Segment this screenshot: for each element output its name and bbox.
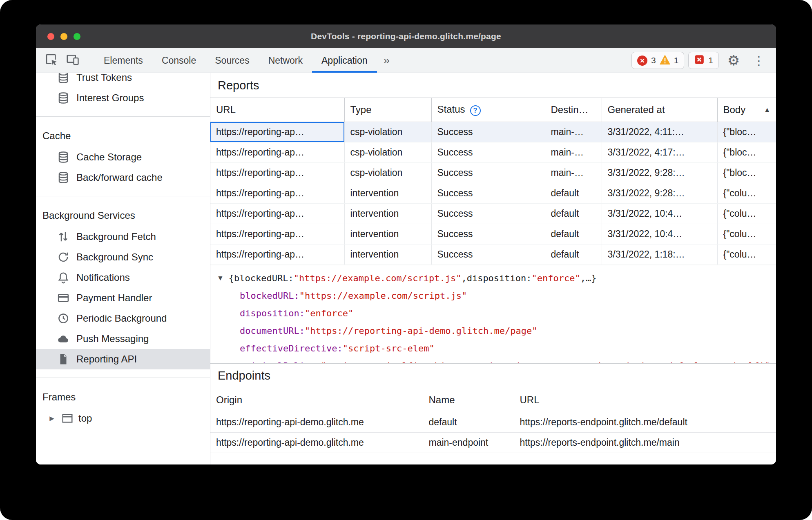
sidebar-item-back-forward-cache[interactable]: Back/forward cache <box>36 167 210 188</box>
cloud-icon <box>57 333 69 345</box>
report-status-cell[interactable]: Success <box>431 142 545 163</box>
column-header-body[interactable]: Body▲ <box>717 98 776 122</box>
tab-elements[interactable]: Elements <box>94 48 152 73</box>
settings-button[interactable]: ⚙ <box>723 52 744 69</box>
report-url-cell[interactable]: https://reporting-ap… <box>210 183 344 204</box>
report-url-cell[interactable]: https://reporting-ap… <box>210 122 344 142</box>
report-generated-cell[interactable]: 3/31/2022, 9:28:… <box>602 163 717 183</box>
database-icon <box>57 92 69 104</box>
error-icon: × <box>637 56 647 66</box>
endpoints-section-title: Endpoints <box>210 363 776 388</box>
screenshot-background: DevTools - reporting-api-demo.glitch.me/… <box>0 0 812 520</box>
endpoint-url-cell[interactable]: https://reports-endpoint.glitch.me/main <box>514 433 776 453</box>
sidebar-item-notifications[interactable]: Notifications <box>36 267 210 288</box>
report-generated-cell[interactable]: 3/31/2022, 4:17:… <box>602 142 717 163</box>
twisty-expanded-icon[interactable]: ▼ <box>217 274 224 282</box>
console-status-badge[interactable]: × 3 1 <box>631 52 684 69</box>
json-property-row: effectiveDirective: "script-src-elem" <box>217 340 776 357</box>
tab-console[interactable]: Console <box>152 48 205 73</box>
sidebar-item-top-frame[interactable]: ▶ top <box>36 408 210 429</box>
sidebar-item-background-fetch[interactable]: Background Fetch <box>36 227 210 247</box>
report-type-cell[interactable]: csp-violation <box>344 122 431 142</box>
report-type-cell[interactable]: intervention <box>344 183 431 204</box>
tab-network[interactable]: Network <box>259 48 312 73</box>
report-url-cell[interactable]: https://reporting-ap… <box>210 224 344 244</box>
sidebar-item-reporting-api[interactable]: Reporting API <box>36 349 210 369</box>
report-generated-cell[interactable]: 3/31/2022, 4:11:… <box>602 122 717 142</box>
json-property-row: disposition: "enforce" <box>217 304 776 322</box>
sidebar-divider <box>36 196 210 196</box>
report-destination-cell[interactable]: default <box>545 183 602 204</box>
more-tabs-button[interactable]: » <box>377 48 397 73</box>
report-generated-cell[interactable]: 3/31/2022, 9:28:… <box>602 183 717 204</box>
report-destination-cell[interactable]: main-… <box>545 122 602 142</box>
chevron-right-icon[interactable]: ▶ <box>47 415 56 422</box>
column-header-destination[interactable]: Destin… <box>545 98 602 122</box>
column-header-name[interactable]: Name <box>423 388 514 412</box>
sidebar-item-payment-handler[interactable]: Payment Handler <box>36 288 210 308</box>
endpoint-origin-cell[interactable]: https://reporting-api-demo.glitch.me <box>210 433 423 453</box>
close-window-button[interactable] <box>47 33 54 40</box>
report-type-cell[interactable]: csp-violation <box>344 163 431 183</box>
report-generated-cell[interactable]: 3/31/2022, 10:4… <box>602 204 717 224</box>
tab-application[interactable]: Application <box>312 48 377 73</box>
report-url-cell[interactable]: https://reporting-ap… <box>210 204 344 224</box>
report-type-cell[interactable]: intervention <box>344 244 431 265</box>
report-status-cell[interactable]: Success <box>431 244 545 265</box>
report-destination-cell[interactable]: default <box>545 204 602 224</box>
report-destination-cell[interactable]: main-… <box>545 163 602 183</box>
reports-header-row: URL Type Status? Destin… Generated at Bo… <box>210 98 776 122</box>
column-header-endpoint-url[interactable]: URL <box>514 388 776 412</box>
column-header-origin[interactable]: Origin <box>210 388 423 412</box>
endpoint-name-cell[interactable]: default <box>423 412 514 433</box>
report-destination-cell[interactable]: main-… <box>545 142 602 163</box>
report-row: https://reporting-ap… intervention Succe… <box>210 244 776 265</box>
report-status-cell[interactable]: Success <box>431 204 545 224</box>
json-value: "https://example.com/script.js" <box>299 291 467 301</box>
endpoint-url-cell[interactable]: https://reports-endpoint.glitch.me/defau… <box>514 412 776 433</box>
tab-sources[interactable]: Sources <box>205 48 259 73</box>
issues-badge[interactable]: 1 <box>688 52 719 69</box>
report-url-cell[interactable]: https://reporting-ap… <box>210 244 344 265</box>
report-body-cell[interactable]: {"colu… <box>717 204 776 224</box>
report-body-cell[interactable]: {"colu… <box>717 183 776 204</box>
status-help-icon[interactable]: ? <box>470 105 481 116</box>
endpoint-name-cell[interactable]: main-endpoint <box>423 433 514 453</box>
report-destination-cell[interactable]: default <box>545 244 602 265</box>
zoom-window-button[interactable] <box>74 33 80 40</box>
report-destination-cell[interactable]: default <box>545 224 602 244</box>
report-url-cell[interactable]: https://reporting-ap… <box>210 142 344 163</box>
report-url-cell[interactable]: https://reporting-ap… <box>210 163 344 183</box>
report-body-cell[interactable]: {"bloc… <box>717 142 776 163</box>
column-header-generated-at[interactable]: Generated at <box>602 98 717 122</box>
customize-devtools-button[interactable]: ⋮ <box>748 53 770 68</box>
sidebar-item-periodic-background-sync[interactable]: Periodic Background <box>36 308 210 329</box>
sidebar-item-cache-storage[interactable]: Cache Storage <box>36 147 210 167</box>
report-type-cell[interactable]: intervention <box>344 204 431 224</box>
column-header-status[interactable]: Status? <box>431 98 545 122</box>
device-toolbar-icon <box>66 53 79 68</box>
report-body-cell[interactable]: {"bloc… <box>717 122 776 142</box>
report-generated-cell[interactable]: 3/31/2022, 10:4… <box>602 224 717 244</box>
toggle-device-toolbar-button[interactable] <box>62 48 83 73</box>
column-header-url[interactable]: URL <box>210 98 344 122</box>
report-status-cell[interactable]: Success <box>431 183 545 204</box>
report-status-cell[interactable]: Success <box>431 122 545 142</box>
endpoint-origin-cell[interactable]: https://reporting-api-demo.glitch.me <box>210 412 423 433</box>
report-status-cell[interactable]: Success <box>431 224 545 244</box>
document-icon <box>57 353 69 365</box>
sidebar-item-background-sync[interactable]: Background Sync <box>36 247 210 267</box>
report-type-cell[interactable]: intervention <box>344 224 431 244</box>
report-type-cell[interactable]: csp-violation <box>344 142 431 163</box>
report-body-cell[interactable]: {"colu… <box>717 224 776 244</box>
report-body-cell[interactable]: {"colu… <box>717 244 776 265</box>
report-status-cell[interactable]: Success <box>431 163 545 183</box>
report-generated-cell[interactable]: 3/31/2022, 1:18:… <box>602 244 717 265</box>
minimize-window-button[interactable] <box>60 33 67 40</box>
sidebar-item-interest-groups[interactable]: Interest Groups <box>36 88 210 108</box>
inspect-element-button[interactable] <box>41 48 62 73</box>
sidebar-item-push-messaging[interactable]: Push Messaging <box>36 329 210 349</box>
report-body-cell[interactable]: {"bloc… <box>717 163 776 183</box>
sidebar-item-trust-tokens[interactable]: Trust Tokens <box>36 73 210 88</box>
column-header-type[interactable]: Type <box>344 98 431 122</box>
